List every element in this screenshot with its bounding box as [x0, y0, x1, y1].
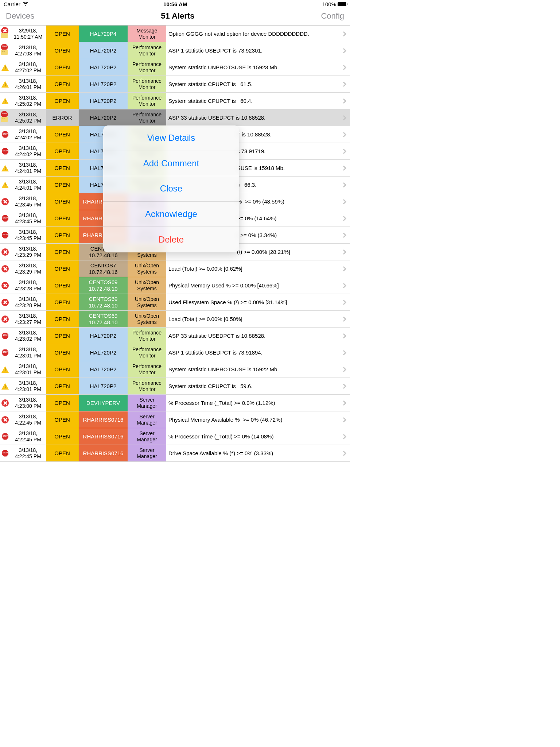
status-cell: OPEN [46, 378, 79, 394]
status-cell: OPEN [46, 328, 79, 344]
error-icon [1, 265, 9, 272]
alert-row[interactable]: 3/13/18,4:25:02 PMOPENHAL720P2Performanc… [0, 93, 350, 109]
detail-disclosure[interactable] [338, 311, 350, 327]
delete-button[interactable]: Delete [103, 227, 239, 252]
detail-disclosure[interactable] [338, 294, 350, 310]
detail-disclosure[interactable] [338, 395, 350, 411]
alert-row[interactable]: 3/13/18,4:22:45 PMOPENRHARRISS0716Server… [0, 428, 350, 445]
alert-row[interactable]: 3/13/18,4:27:03 PMOPENHAL720P2Performanc… [0, 42, 350, 59]
detail-disclosure[interactable] [338, 143, 350, 159]
detail-disclosure[interactable] [338, 378, 350, 394]
status-cell: OPEN [46, 177, 79, 193]
detail-disclosure[interactable] [338, 59, 350, 76]
alert-row[interactable]: 3/13/18,4:23:02 PMOPENHAL720P2Performanc… [0, 328, 350, 344]
chevron-right-icon [341, 81, 346, 86]
alert-row[interactable]: 3/13/18,4:23:00 PMOPENDEVHYPERVServerMan… [0, 395, 350, 411]
alert-row[interactable]: 3/13/18,4:27:02 PMOPENHAL720P2Performanc… [0, 59, 350, 76]
detail-disclosure[interactable] [338, 193, 350, 210]
monitor-cell: Unix/OpenSystems [128, 311, 166, 327]
status-bar: Carrier 10:56 AM 100% [0, 0, 350, 8]
warn-icon [1, 165, 9, 171]
detail-disclosure[interactable] [338, 93, 350, 109]
nav-bar: Devices 51 Alerts Config [0, 8, 350, 26]
message-cell: % Processor Time (_Total) >= 0.0% (1.12%… [166, 395, 338, 411]
monitor-cell: PerformanceMonitor [128, 378, 166, 394]
alert-row[interactable]: 3/13/18,4:22:45 PMOPENRHARRISS0716Server… [0, 445, 350, 462]
chevron-right-icon [341, 400, 346, 405]
detail-disclosure[interactable] [338, 411, 350, 428]
detail-disclosure[interactable] [338, 177, 350, 193]
monitor-cell: PerformanceMonitor [128, 76, 166, 92]
detail-disclosure[interactable] [338, 277, 350, 294]
chevron-right-icon [341, 450, 346, 456]
alert-row[interactable]: 3/13/18,4:22:45 PMOPENRHARRISS0716Server… [0, 411, 350, 428]
note-icon [1, 117, 8, 122]
alert-row[interactable]: 3/13/18,4:25:02 PMERRORHAL720P2Performan… [0, 109, 350, 126]
detail-disclosure[interactable] [338, 227, 350, 243]
alert-row[interactable]: 3/13/18,4:23:01 PMOPENHAL720P2Performanc… [0, 378, 350, 395]
host-cell: HAL720P2 [79, 59, 128, 76]
detail-disclosure[interactable] [338, 344, 350, 361]
alert-row[interactable]: 3/13/18,4:23:01 PMOPENHAL720P2Performanc… [0, 361, 350, 378]
monitor-cell: PerformanceMonitor [128, 328, 166, 344]
message-cell: Drive Space Available % (*) >= 0% (3.33%… [166, 445, 338, 461]
detail-disclosure[interactable] [338, 328, 350, 344]
timestamp-cell: 3/13/18,4:27:03 PM [10, 42, 46, 59]
detail-disclosure[interactable] [338, 210, 350, 227]
alert-row[interactable]: 3/13/18,4:26:01 PMOPENHAL720P2Performanc… [0, 76, 350, 93]
detail-disclosure[interactable] [338, 361, 350, 378]
message-cell: Load (Total) >= 0.00% [0.50%] [166, 311, 338, 327]
message-cell: Used Filesystem Space % (/) >= 0.00% [31… [166, 294, 338, 310]
detail-disclosure[interactable] [338, 244, 350, 260]
detail-disclosure[interactable] [338, 445, 350, 461]
warn-icon [1, 98, 9, 104]
monitor-cell: ServerManager [128, 445, 166, 461]
severity-cell [0, 193, 10, 210]
detail-disclosure[interactable] [338, 428, 350, 445]
alert-row[interactable]: 3/13/18,4:23:28 PMOPENCENTOS6910.72.48.1… [0, 277, 350, 294]
stop-icon [2, 215, 8, 222]
warn-icon [1, 383, 9, 390]
detail-disclosure[interactable] [338, 42, 350, 59]
chevron-right-icon [341, 266, 346, 271]
add-comment-button[interactable]: Add Comment [103, 151, 239, 177]
timestamp-cell: 3/13/18,4:23:27 PM [10, 311, 46, 327]
status-cell: OPEN [46, 411, 79, 428]
monitor-cell: Unix/OpenSystems [128, 277, 166, 294]
devices-button[interactable]: Devices [6, 11, 34, 21]
alert-row[interactable]: 3/13/18,4:23:29 PMOPENCENTOS710.72.48.16… [0, 260, 350, 277]
alert-row[interactable]: 3/13/18,4:23:01 PMOPENHAL720P2Performanc… [0, 344, 350, 361]
stop-icon [2, 131, 8, 138]
alert-row[interactable]: 3/13/18,4:23:27 PMOPENCENTOS6910.72.48.1… [0, 311, 350, 328]
timestamp-cell: 3/13/18,4:24:01 PM [10, 177, 46, 193]
error-icon [1, 198, 9, 205]
detail-disclosure[interactable] [338, 160, 350, 176]
detail-disclosure[interactable] [338, 26, 350, 42]
timestamp-cell: 3/13/18,4:25:02 PM [10, 109, 46, 126]
chevron-right-icon [341, 299, 346, 305]
detail-disclosure[interactable] [338, 109, 350, 126]
chevron-right-icon [341, 132, 346, 137]
chevron-right-icon [341, 98, 346, 103]
acknowledge-button[interactable]: Acknowledge [103, 202, 239, 227]
timestamp-cell: 3/13/18,4:26:01 PM [10, 76, 46, 92]
detail-disclosure[interactable] [338, 76, 350, 92]
timestamp-cell: 3/13/18,4:23:29 PM [10, 260, 46, 277]
status-cell: ERROR [46, 109, 79, 126]
chevron-right-icon [341, 434, 346, 439]
status-cell: OPEN [46, 260, 79, 277]
config-button[interactable]: Config [321, 11, 344, 21]
view-details-button[interactable]: View Details [103, 125, 239, 151]
detail-disclosure[interactable] [338, 126, 350, 143]
stop-icon [2, 232, 8, 239]
detail-disclosure[interactable] [338, 260, 350, 277]
host-cell: HAL720P2 [79, 361, 128, 378]
wifi-icon [23, 1, 28, 7]
alert-row[interactable]: 3/29/18,11:50:27 AMOPENHAL720P4MessageMo… [0, 26, 350, 42]
alert-row[interactable]: 3/13/18,4:23:28 PMOPENCENTOS6910.72.48.1… [0, 294, 350, 311]
host-cell: HAL720P2 [79, 42, 128, 59]
close-alert-button[interactable]: Close [103, 176, 239, 202]
monitor-cell: ServerManager [128, 428, 166, 445]
status-cell: OPEN [46, 143, 79, 159]
severity-cell [0, 361, 10, 378]
